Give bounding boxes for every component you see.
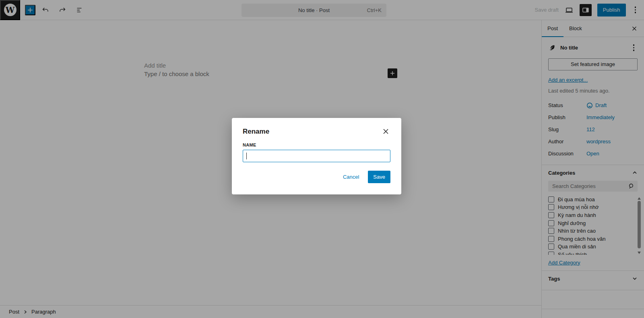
rename-name-input[interactable] — [243, 150, 390, 162]
close-icon — [382, 128, 390, 135]
cancel-button[interactable]: Cancel — [343, 174, 359, 180]
rename-modal: Rename NAME Cancel Save — [232, 118, 401, 194]
name-field-label: NAME — [243, 142, 390, 147]
modal-title: Rename — [243, 128, 269, 136]
modal-close-button[interactable] — [381, 127, 390, 136]
text-caret — [246, 153, 247, 159]
save-button[interactable]: Save — [368, 171, 390, 183]
